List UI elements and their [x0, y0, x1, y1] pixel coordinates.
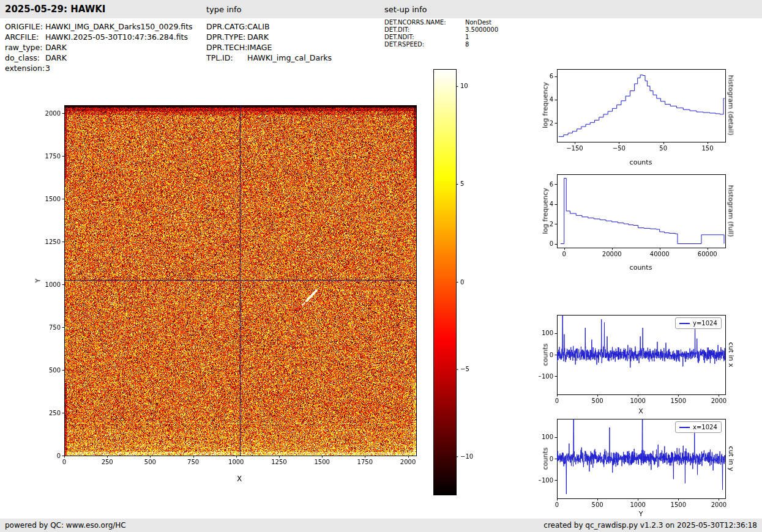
- footer-left-text: powered by QC: www.eso.org/HC: [5, 521, 126, 530]
- meta-label: DET.DIT:: [384, 26, 465, 34]
- meta-label: ORIGFILE:: [5, 21, 45, 32]
- cut-y-xlabel: Y: [639, 510, 643, 518]
- hist-detail-side-label: histogram (detail): [727, 75, 735, 136]
- header-bar: 2025-05-29: HAWKI type info set-up info: [0, 0, 762, 18]
- detector-image-canvas: [34, 98, 438, 477]
- meta-row: DET.NDIT:1: [384, 34, 498, 41]
- meta-label: DET.NCORRS.NAME:: [384, 19, 465, 26]
- meta-row: extension:3: [5, 63, 193, 73]
- colorbar-canvas: [432, 68, 484, 497]
- main-ylabel: Y: [34, 279, 42, 283]
- meta-row: TPL.ID:HAWKI_img_cal_Darks: [206, 53, 332, 63]
- meta-value: CALIB: [247, 22, 270, 31]
- footer-right-text: created by qc_rawdisp.py v1.2.3 on 2025-…: [543, 521, 757, 530]
- meta-value: NonDest: [465, 19, 491, 26]
- meta-row: raw_type:DARK: [5, 42, 193, 53]
- cut-y-side-label: cut in y: [727, 446, 735, 471]
- hist-detail-xlabel: counts: [630, 158, 652, 166]
- meta-label: ARCFILE:: [5, 32, 45, 42]
- page-title: 2025-05-29: HAWKI: [5, 4, 105, 15]
- meta-label: DPR.TYPE:: [206, 32, 247, 42]
- footer-bar: powered by QC: www.eso.org/HC created by…: [0, 519, 762, 532]
- meta-value: DARK: [45, 53, 67, 62]
- meta-row: DET.NCORRS.NAME:NonDest: [384, 19, 498, 26]
- meta-value: 3.5000000: [465, 26, 498, 33]
- histogram-full-canvas: [539, 169, 734, 275]
- meta-row: DPR.TYPE:DARK: [206, 32, 332, 42]
- meta-value: HAWKI_img_cal_Darks: [247, 53, 332, 62]
- cut-x-legend: y=1024: [675, 317, 722, 329]
- meta-label: extension:: [5, 63, 45, 73]
- histogram-detail-canvas: [539, 64, 734, 169]
- cut-y-ylabel: counts: [542, 448, 550, 470]
- setup-info-heading: set-up info: [384, 5, 427, 14]
- meta-value: 8: [465, 41, 469, 48]
- type-info-heading: type info: [206, 5, 242, 14]
- legend-line-swatch: [679, 323, 690, 324]
- hist-detail-ylabel: log frequency: [542, 82, 550, 128]
- meta-row: DPR.TECH:IMAGE: [206, 42, 332, 53]
- meta-value: HAWKI_IMG_DARK_Darks150_0029.fits: [45, 22, 193, 31]
- meta-value: DARK: [247, 32, 269, 42]
- meta-row: do_class:DARK: [5, 53, 193, 63]
- cut-x-side-label: cut in x: [727, 342, 735, 368]
- meta-row: DET.DIT:3.5000000: [384, 26, 498, 34]
- meta-label: DPR.TECH:: [206, 42, 247, 53]
- meta-value: IMAGE: [247, 43, 272, 52]
- meta-row: ARCFILE:HAWKI.2025-05-30T10:47:36.284.fi…: [5, 32, 193, 42]
- file-info-block: ORIGFILE:HAWKI_IMG_DARK_Darks150_0029.fi…: [5, 21, 193, 73]
- meta-value: 3: [45, 64, 50, 73]
- hist-full-side-label: histogram (full): [727, 185, 735, 237]
- setup-info-block: DET.NCORRS.NAME:NonDest DET.DIT:3.500000…: [384, 19, 498, 48]
- meta-value: HAWKI.2025-05-30T10:47:36.284.fits: [45, 32, 188, 42]
- meta-label: do_class:: [5, 53, 45, 63]
- hist-full-xlabel: counts: [630, 264, 652, 272]
- meta-row: DPR.CATG:CALIB: [206, 21, 332, 32]
- meta-label: DPR.CATG:: [206, 21, 247, 32]
- meta-label: raw_type:: [5, 42, 45, 53]
- legend-line-swatch: [679, 427, 690, 428]
- cut-x-ylabel: counts: [542, 344, 550, 366]
- meta-value: 1: [465, 34, 469, 40]
- meta-label: DET.RSPEED:: [384, 41, 465, 48]
- meta-value: DARK: [45, 43, 67, 52]
- hist-full-ylabel: log frequency: [542, 188, 550, 234]
- meta-label: TPL.ID:: [206, 53, 247, 63]
- qc-report-page: 2025-05-29: HAWKI type info set-up info …: [0, 0, 762, 532]
- meta-row: DET.RSPEED:8: [384, 41, 498, 48]
- type-info-block: DPR.CATG:CALIB DPR.TYPE:DARK DPR.TECH:IM…: [206, 21, 332, 63]
- meta-row: ORIGFILE:HAWKI_IMG_DARK_Darks150_0029.fi…: [5, 21, 193, 32]
- legend-label: y=1024: [693, 320, 717, 327]
- legend-label: x=1024: [693, 424, 717, 430]
- cut-y-legend: x=1024: [675, 421, 722, 433]
- meta-label: DET.NDIT:: [384, 34, 465, 41]
- main-xlabel: X: [237, 475, 242, 483]
